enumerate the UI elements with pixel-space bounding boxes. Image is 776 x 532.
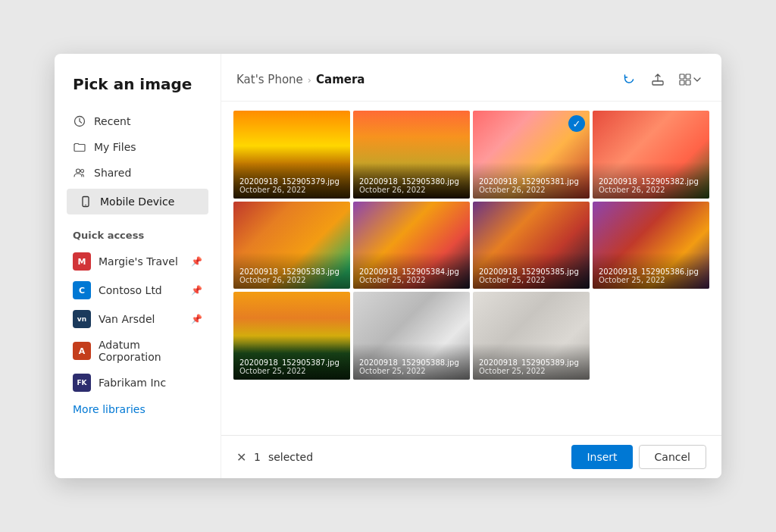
folder-icon xyxy=(73,140,86,154)
tile-info-img2: 20200918_152905380.jpgOctober 26, 2022 xyxy=(353,162,470,199)
footer: ✕ 1 selected Insert Cancel xyxy=(221,435,721,478)
tile-info-img5: 20200918_152905383.jpgOctober 26, 2022 xyxy=(233,252,350,289)
image-tile-img10[interactable]: 20200918_152905388.jpgOctober 25, 2022 xyxy=(353,292,470,380)
tile-date: October 26, 2022 xyxy=(239,186,344,194)
header-actions xyxy=(617,67,706,92)
quick-access-adatum[interactable]: A Adatum Corporation xyxy=(61,333,214,368)
svg-rect-6 xyxy=(680,74,684,79)
breadcrumb: Kat's Phone › Camera xyxy=(236,73,365,86)
quick-access-margies[interactable]: M Margie's Travel 📌 xyxy=(61,247,214,276)
breadcrumb-parent: Kat's Phone xyxy=(236,73,303,86)
more-libraries-link[interactable]: More libraries xyxy=(55,397,221,421)
fabrikam-label: Fabrikam Inc xyxy=(99,377,166,389)
tile-info-img6: 20200918_152905384.jpgOctober 25, 2022 xyxy=(353,252,470,289)
tile-info-img10: 20200918_152905388.jpgOctober 25, 2022 xyxy=(353,343,470,380)
tile-filename: 20200918_152905389.jpg xyxy=(479,358,584,367)
selection-count: 1 xyxy=(254,451,261,463)
image-tile-img1[interactable]: 20200918_152905379.jpgOctober 26, 2022 xyxy=(233,111,350,199)
tile-date: October 26, 2022 xyxy=(479,186,584,194)
sidebar-nav: Recent My Files Shared xyxy=(55,108,221,186)
tile-checkmark: ✓ xyxy=(568,115,585,132)
tile-info-img3: 20200918_152905381.jpgOctober 26, 2022 xyxy=(473,162,590,199)
pin-icon-contoso: 📌 xyxy=(191,285,202,296)
tile-info-img4: 20200918_152905382.jpgOctober 26, 2022 xyxy=(593,162,709,199)
image-tile-img5[interactable]: 20200918_152905383.jpgOctober 26, 2022 xyxy=(233,202,350,289)
sidebar-item-recent[interactable]: Recent xyxy=(61,108,214,134)
svg-rect-5 xyxy=(652,81,663,85)
refresh-button[interactable] xyxy=(617,67,641,92)
tile-date: October 25, 2022 xyxy=(479,367,584,375)
myfiles-label: My Files xyxy=(94,141,136,153)
breadcrumb-current: Camera xyxy=(316,73,365,86)
image-tile-img2[interactable]: 20200918_152905380.jpgOctober 26, 2022 xyxy=(353,111,470,199)
tile-date: October 26, 2022 xyxy=(239,276,344,284)
tile-date: October 25, 2022 xyxy=(359,276,464,284)
sidebar-item-mobile-device[interactable]: Mobile Device xyxy=(55,186,221,217)
main-header: Kat's Phone › Camera xyxy=(221,54,721,102)
quick-access-fabrikam[interactable]: FK Fabrikam Inc xyxy=(61,368,214,397)
tile-date: October 26, 2022 xyxy=(599,186,703,194)
image-tile-img6[interactable]: 20200918_152905384.jpgOctober 25, 2022 xyxy=(353,202,470,289)
view-button[interactable] xyxy=(674,70,706,89)
svg-point-2 xyxy=(81,170,84,173)
cancel-button[interactable]: Cancel xyxy=(639,445,706,469)
selection-info: ✕ 1 selected xyxy=(236,450,313,465)
recent-label: Recent xyxy=(94,115,130,127)
image-grid: 20200918_152905379.jpgOctober 26, 202220… xyxy=(221,102,721,435)
quick-access-label: Quick access xyxy=(55,217,221,247)
quick-access-contoso[interactable]: C Contoso Ltd 📌 xyxy=(61,276,214,305)
quick-access-vanarsdel[interactable]: vn Van Arsdel 📌 xyxy=(61,305,214,333)
tile-info-img8: 20200918_152905386.jpgOctober 25, 2022 xyxy=(593,252,709,289)
upload-button[interactable] xyxy=(646,67,670,92)
svg-rect-9 xyxy=(686,80,690,85)
sidebar-item-myfiles[interactable]: My Files xyxy=(61,134,214,160)
margies-icon: M xyxy=(73,252,91,271)
margies-label: Margie's Travel xyxy=(99,255,178,268)
tile-info-img7: 20200918_152905385.jpgOctober 25, 2022 xyxy=(473,252,590,289)
tile-date: October 25, 2022 xyxy=(479,276,584,284)
main-content: Kat's Phone › Camera xyxy=(221,54,721,478)
selection-label: selected xyxy=(268,451,313,463)
insert-button[interactable]: Insert xyxy=(571,445,632,469)
contoso-label: Contoso Ltd xyxy=(99,284,162,296)
tile-filename: 20200918_152905381.jpg xyxy=(479,177,584,186)
sidebar-item-shared[interactable]: Shared xyxy=(61,160,214,186)
tile-date: October 25, 2022 xyxy=(359,367,464,375)
tile-filename: 20200918_152905386.jpg xyxy=(599,268,703,276)
fabrikam-icon: FK xyxy=(73,374,91,392)
image-tile-img3[interactable]: 20200918_152905381.jpgOctober 26, 2022✓ xyxy=(473,111,590,199)
footer-actions: Insert Cancel xyxy=(571,445,706,469)
tile-filename: 20200918_152905388.jpg xyxy=(359,358,464,367)
tile-date: October 25, 2022 xyxy=(599,276,703,284)
vanarsdel-icon: vn xyxy=(73,310,91,328)
tile-filename: 20200918_152905387.jpg xyxy=(239,358,344,367)
tile-info-img11: 20200918_152905389.jpgOctober 25, 2022 xyxy=(473,343,590,380)
mobile-device-label: Mobile Device xyxy=(100,196,174,208)
tile-filename: 20200918_152905385.jpg xyxy=(479,268,584,276)
svg-point-4 xyxy=(85,205,86,205)
tile-date: October 26, 2022 xyxy=(359,186,464,194)
adatum-icon: A xyxy=(73,342,91,360)
image-tile-img9[interactable]: 20200918_152905387.jpgOctober 25, 2022 xyxy=(233,292,350,380)
dialog-title: Pick an image xyxy=(55,75,221,108)
shared-label: Shared xyxy=(94,167,131,179)
clock-icon xyxy=(73,114,86,128)
breadcrumb-separator: › xyxy=(308,74,311,86)
chevron-down-icon xyxy=(693,75,702,84)
pick-image-dialog: Pick an image Recent My Files xyxy=(55,54,721,478)
sidebar: Pick an image Recent My Files xyxy=(55,54,221,478)
tile-filename: 20200918_152905384.jpg xyxy=(359,268,464,276)
image-tile-img8[interactable]: 20200918_152905386.jpgOctober 25, 2022 xyxy=(593,202,709,289)
vanarsdel-label: Van Arsdel xyxy=(99,313,155,325)
adatum-label: Adatum Corporation xyxy=(99,339,202,363)
svg-rect-7 xyxy=(686,74,690,79)
tile-date: October 25, 2022 xyxy=(239,367,344,375)
image-tile-img7[interactable]: 20200918_152905385.jpgOctober 25, 2022 xyxy=(473,202,590,289)
tile-filename: 20200918_152905382.jpg xyxy=(599,177,703,186)
pin-icon-margies: 📌 xyxy=(191,256,202,267)
clear-selection-button[interactable]: ✕ xyxy=(236,450,246,465)
image-tile-img11[interactable]: 20200918_152905389.jpgOctober 25, 2022 xyxy=(473,292,590,380)
image-tile-img4[interactable]: 20200918_152905382.jpgOctober 26, 2022 xyxy=(593,111,709,199)
svg-rect-8 xyxy=(680,80,684,85)
tile-filename: 20200918_152905379.jpg xyxy=(239,177,344,186)
